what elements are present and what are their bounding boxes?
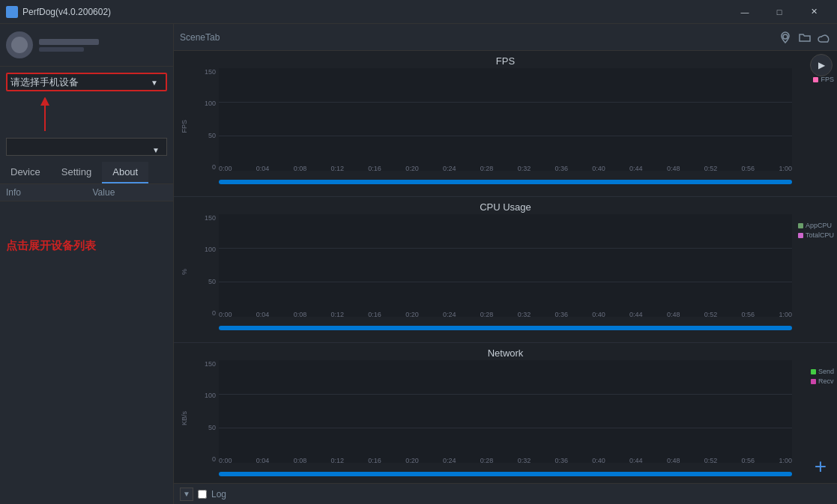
sidebar-tabs: Device Setting About bbox=[0, 162, 173, 184]
chart-inner: 1501005000:000:040:080:120:160:200:240:2… bbox=[195, 360, 837, 476]
app-select[interactable] bbox=[6, 138, 167, 156]
x-axis-row: 0:000:040:080:120:160:200:240:280:320:36… bbox=[219, 165, 792, 178]
folder-icon[interactable] bbox=[798, 31, 812, 44]
log-label: Log bbox=[211, 489, 226, 500]
chart-inner: 1501005000:000:040:080:120:160:200:240:2… bbox=[195, 68, 837, 184]
device-select[interactable]: 请选择手机设备 bbox=[7, 74, 166, 90]
scene-tab-label: SceneTab bbox=[180, 32, 220, 43]
legend-item: TotalCPU bbox=[798, 231, 834, 239]
legend-item: AppCPU bbox=[798, 222, 834, 229]
chart-plot bbox=[219, 360, 792, 463]
title-bar: PerfDog(v4.0.200602) — □ ✕ bbox=[0, 0, 837, 24]
chart-plot bbox=[219, 214, 792, 317]
right-panel: SceneTab bbox=[174, 24, 837, 504]
avatar-icon bbox=[11, 37, 28, 53]
minimize-button[interactable]: — bbox=[728, 0, 762, 24]
info-table-header: Info Value bbox=[0, 184, 173, 201]
app-title: PerfDog(v4.0.200602) bbox=[22, 7, 111, 17]
x-axis-row: 0:000:040:080:120:160:200:240:280:320:36… bbox=[219, 311, 792, 324]
chart-scrollbar[interactable] bbox=[219, 180, 792, 184]
arrow-annotation-area bbox=[0, 97, 173, 138]
chart-body: %1501005000:000:040:080:120:160:200:240:… bbox=[174, 214, 837, 330]
arrow-annotation-svg bbox=[30, 97, 60, 135]
chart-scrollbar[interactable] bbox=[219, 472, 792, 476]
avatar bbox=[6, 31, 33, 58]
chart-legend: FPS bbox=[813, 76, 834, 83]
add-chart-button[interactable]: + bbox=[810, 456, 831, 477]
app-select-wrapper: ▼ bbox=[0, 138, 173, 162]
chart-legend: AppCPUTotalCPU bbox=[798, 222, 834, 239]
main-content: 请选择手机设备 ▼ ▼ Device Set bbox=[0, 24, 837, 504]
value-col-header: Value bbox=[87, 184, 174, 201]
bottom-collapse-button[interactable]: ▼ bbox=[180, 488, 193, 501]
window-controls: — □ ✕ bbox=[728, 0, 831, 24]
y-axis-label: FPS bbox=[174, 68, 195, 184]
y-axis-label: % bbox=[174, 214, 195, 330]
info-col-header: Info bbox=[0, 184, 87, 201]
chart-legend: SendRecv bbox=[811, 368, 834, 385]
y-axis-label: KB/s bbox=[174, 360, 195, 476]
sidebar-header bbox=[0, 24, 173, 67]
right-toolbar: SceneTab bbox=[174, 24, 837, 51]
cloud-icon[interactable] bbox=[818, 31, 831, 44]
tab-device[interactable]: Device bbox=[0, 162, 51, 183]
title-bar-left: PerfDog(v4.0.200602) bbox=[6, 6, 111, 18]
sidebar: 请选择手机设备 ▼ ▼ Device Set bbox=[0, 24, 174, 504]
legend-item: Send bbox=[811, 368, 834, 375]
chart-fps: ▶FPSFPS1501005000:000:040:080:120:160:20… bbox=[174, 51, 837, 197]
maximize-button[interactable]: □ bbox=[762, 0, 797, 24]
device-select-wrapper: 请选择手机设备 ▼ bbox=[6, 73, 167, 91]
annotation-text: 点击展开设备列表 bbox=[0, 201, 173, 259]
location-icon[interactable] bbox=[779, 31, 792, 44]
chart-cpu-usage: CPU Usage%1501005000:000:040:080:120:160… bbox=[174, 197, 837, 343]
tab-setting[interactable]: Setting bbox=[51, 162, 102, 183]
charts-area[interactable]: ▶FPSFPS1501005000:000:040:080:120:160:20… bbox=[174, 51, 837, 483]
chart-title: Network bbox=[174, 343, 837, 360]
user-info bbox=[39, 39, 99, 52]
legend-item: FPS bbox=[813, 76, 834, 83]
svg-point-2 bbox=[783, 34, 788, 39]
play-button[interactable]: ▶ bbox=[810, 54, 833, 76]
toolbar-icons bbox=[779, 31, 831, 44]
user-sub-bar bbox=[39, 47, 84, 52]
chart-body: FPS1501005000:000:040:080:120:160:200:24… bbox=[174, 68, 837, 184]
log-checkbox[interactable] bbox=[198, 490, 207, 499]
legend-item: Recv bbox=[811, 377, 834, 385]
chart-body: KB/s1501005000:000:040:080:120:160:200:2… bbox=[174, 360, 837, 476]
app-icon bbox=[6, 6, 18, 18]
chart-plot bbox=[219, 68, 792, 171]
bottom-bar: ▼ Log bbox=[174, 483, 837, 504]
chart-title: CPU Usage bbox=[174, 197, 837, 214]
chart-network: NetworkKB/s1501005000:000:040:080:120:16… bbox=[174, 343, 837, 483]
chart-title: FPS bbox=[174, 51, 837, 68]
user-name-bar bbox=[39, 39, 99, 45]
x-axis-row: 0:000:040:080:120:160:200:240:280:320:36… bbox=[219, 457, 792, 470]
tab-about[interactable]: About bbox=[102, 162, 148, 183]
close-button[interactable]: ✕ bbox=[797, 0, 831, 24]
chart-scrollbar[interactable] bbox=[219, 326, 792, 330]
chart-inner: 1501005000:000:040:080:120:160:200:240:2… bbox=[195, 214, 837, 330]
